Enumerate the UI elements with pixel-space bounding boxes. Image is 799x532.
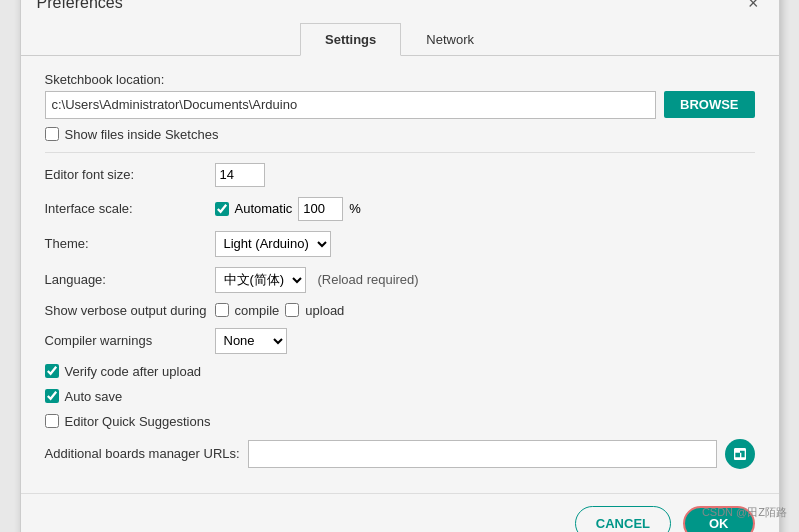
verify-checkbox[interactable] — [45, 364, 59, 378]
verbose-value: compile upload — [215, 303, 345, 318]
reload-note: (Reload required) — [318, 272, 419, 287]
external-link-icon — [732, 446, 748, 462]
verify-row: Verify code after upload — [45, 364, 755, 379]
additional-boards-row: Additional boards manager URLs: — [45, 439, 755, 469]
compiler-warnings-select[interactable]: None Default More All — [215, 328, 287, 354]
editor-suggestions-label: Editor Quick Suggestions — [65, 414, 211, 429]
tab-bar: Settings Network — [21, 22, 779, 56]
additional-boards-icon-button[interactable] — [725, 439, 755, 469]
scale-input[interactable] — [298, 197, 343, 221]
cancel-button[interactable]: CANCEL — [575, 506, 671, 533]
tab-settings[interactable]: Settings — [300, 23, 401, 56]
preferences-dialog: Preferences × Settings Network Sketchboo… — [20, 0, 780, 532]
show-files-row: Show files inside Sketches — [45, 127, 755, 142]
font-size-label: Editor font size: — [45, 167, 215, 182]
language-select[interactable]: 中文(简体) English — [215, 267, 306, 293]
browse-button[interactable]: BROWSE — [664, 91, 755, 118]
language-value: 中文(简体) English (Reload required) — [215, 267, 419, 293]
verify-label: Verify code after upload — [65, 364, 202, 379]
verbose-compile-label: compile — [235, 303, 280, 318]
dialog-header: Preferences × — [21, 0, 779, 22]
show-files-label: Show files inside Sketches — [65, 127, 219, 142]
font-size-input[interactable] — [215, 163, 265, 187]
scale-unit: % — [349, 201, 361, 216]
sketchbook-section: Sketchbook location: BROWSE — [45, 72, 755, 119]
font-size-value — [215, 163, 265, 187]
tab-settings-content: Sketchbook location: BROWSE Show files i… — [21, 56, 779, 485]
auto-save-row: Auto save — [45, 389, 755, 404]
sketchbook-location-label: Sketchbook location: — [45, 72, 755, 87]
dialog-title: Preferences — [37, 0, 123, 12]
verbose-label: Show verbose output during — [45, 303, 215, 318]
compiler-warnings-row: Compiler warnings None Default More All — [45, 328, 755, 354]
theme-label: Theme: — [45, 236, 215, 251]
verbose-compile-checkbox[interactable] — [215, 303, 229, 317]
language-row: Language: 中文(简体) English (Reload require… — [45, 267, 755, 293]
interface-scale-label: Interface scale: — [45, 201, 215, 216]
scale-value: Automatic % — [215, 197, 361, 221]
additional-boards-label: Additional boards manager URLs: — [45, 446, 240, 461]
theme-select[interactable]: Light (Arduino) Dark — [215, 231, 331, 257]
close-button[interactable]: × — [744, 0, 763, 14]
auto-save-label: Auto save — [65, 389, 123, 404]
compiler-warnings-label: Compiler warnings — [45, 333, 215, 348]
editor-suggestions-row: Editor Quick Suggestions — [45, 414, 755, 429]
dialog-footer: CANCEL OK — [21, 493, 779, 533]
auto-scale-checkbox[interactable] — [215, 202, 229, 216]
additional-boards-input[interactable] — [248, 440, 717, 468]
verbose-upload-label: upload — [305, 303, 344, 318]
interface-scale-row: Interface scale: Automatic % — [45, 197, 755, 221]
theme-row: Theme: Light (Arduino) Dark — [45, 231, 755, 257]
tab-network[interactable]: Network — [401, 23, 499, 56]
auto-scale-label: Automatic — [235, 201, 293, 216]
sketchbook-path-input[interactable] — [45, 91, 657, 119]
verbose-row: Show verbose output during compile uploa… — [45, 303, 755, 318]
font-size-row: Editor font size: — [45, 163, 755, 187]
editor-suggestions-checkbox[interactable] — [45, 414, 59, 428]
watermark: CSDN @田Z陌路 — [702, 505, 787, 520]
show-files-checkbox[interactable] — [45, 127, 59, 141]
verbose-upload-checkbox[interactable] — [285, 303, 299, 317]
language-label: Language: — [45, 272, 215, 287]
auto-save-checkbox[interactable] — [45, 389, 59, 403]
sketchbook-path-row: BROWSE — [45, 91, 755, 119]
compiler-warnings-value: None Default More All — [215, 328, 287, 354]
theme-value: Light (Arduino) Dark — [215, 231, 331, 257]
